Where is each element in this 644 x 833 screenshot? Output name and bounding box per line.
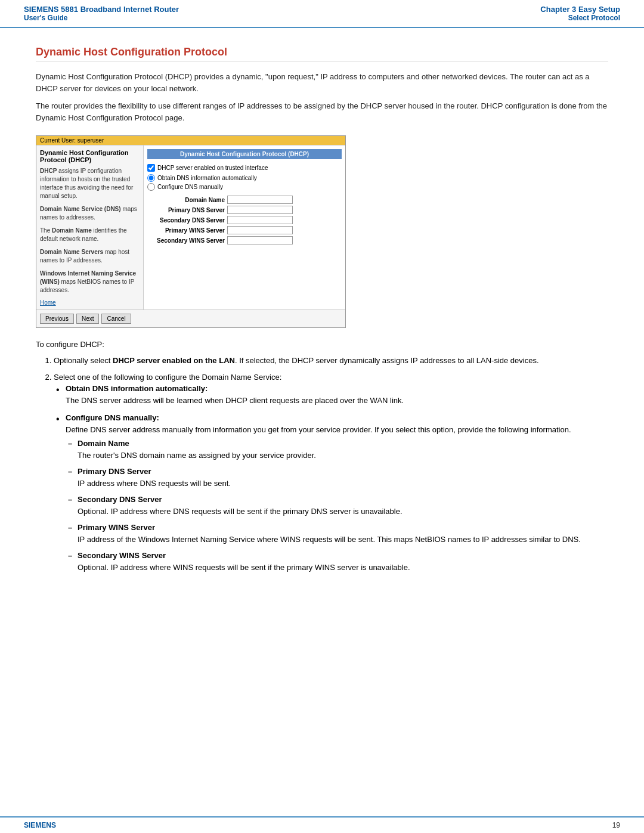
sub-domain-name: Domain Name The router's DNS domain name… — [78, 438, 608, 461]
steps-list: Optionally select DHCP server enabled on… — [36, 355, 608, 573]
current-user-bar: Current User: superuser — [36, 136, 345, 145]
configure-dns-label: Configure DNS manually — [157, 184, 223, 190]
secondary-wins-field-row: Secondary WINS Server — [147, 236, 342, 244]
router-main-panel: Dynamic Host Configuration Protocol (DHC… — [144, 145, 345, 309]
button-row: Previous Next Cancel — [36, 309, 345, 327]
cancel-button[interactable]: Cancel — [101, 314, 131, 324]
secondary-wins-input[interactable] — [227, 236, 293, 244]
sidebar-dns-servers: Domain Name Servers map host names to IP… — [40, 248, 140, 265]
sidebar-wins: Windows Internet Naming Service (WINS) m… — [40, 270, 140, 295]
dhcp-checkbox-option: DHCP server enabled on trusted interface — [147, 164, 342, 172]
dns-options-list: Obtain DNS information automatically: Th… — [54, 383, 608, 573]
sidebar-dhcp: DHCP assigns IP configuration informatio… — [40, 167, 140, 200]
bullet-configure-dns: Configure DNS manually: Define DNS serve… — [66, 412, 608, 573]
step-2: Select one of the following to configure… — [54, 371, 608, 574]
primary-dns-label: Primary DNS Server — [147, 207, 225, 213]
primary-wins-label: Primary WINS Server — [147, 227, 225, 234]
dns-radio-group: Obtain DNS information automatically Con… — [147, 174, 342, 191]
router-sidebar: Dynamic Host Configuration Protocol (DHC… — [36, 145, 144, 309]
router-main-title: Dynamic Host Configuration Protocol (DHC… — [147, 149, 342, 159]
footer-page-number: 19 — [612, 821, 620, 829]
domain-name-input[interactable] — [227, 196, 293, 204]
secondary-wins-label: Secondary WINS Server — [147, 237, 225, 244]
sidebar-dns: Domain Name Service (DNS) maps names to … — [40, 205, 140, 222]
previous-button[interactable]: Previous — [40, 314, 74, 324]
header-chapter: Chapter 3 Easy Setup — [540, 5, 620, 14]
sub-primary-wins: Primary WINS Server IP address of the Wi… — [78, 522, 608, 545]
sidebar-domain-name: The Domain Name identifies the default n… — [40, 227, 140, 243]
header-product: SIEMENS 5881 Broadband Internet Router — [24, 5, 179, 14]
intro-para-1: Dynamic Host Configuration Protocol (DHC… — [36, 71, 608, 94]
obtain-dns-label: Obtain DNS information automatically — [157, 175, 257, 181]
domain-name-field-row: Domain Name — [147, 196, 342, 204]
sidebar-home-link[interactable]: Home — [40, 299, 140, 306]
main-content: Dynamic Host Configuration Protocol Dyna… — [0, 28, 644, 603]
intro-para-2: The router provides the flexibility to u… — [36, 100, 608, 123]
radio-obtain-dns: Obtain DNS information automatically — [147, 174, 342, 182]
sub-secondary-wins: Secondary WINS Server Optional. IP addre… — [78, 550, 608, 573]
configure-dns-radio[interactable] — [147, 183, 155, 191]
dns-form-fields: Domain Name Primary DNS Server Secondary… — [147, 196, 342, 244]
primary-wins-field-row: Primary WINS Server — [147, 226, 342, 234]
secondary-dns-input[interactable] — [227, 216, 293, 224]
page-footer: SIEMENS 19 — [0, 816, 644, 833]
sub-secondary-dns: Secondary DNS Server Optional. IP addres… — [78, 494, 608, 517]
radio-configure-dns: Configure DNS manually — [147, 183, 342, 191]
next-button[interactable]: Next — [76, 314, 100, 324]
sub-primary-dns: Primary DNS Server IP address where DNS … — [78, 466, 608, 489]
obtain-dns-radio[interactable] — [147, 174, 155, 182]
router-ui-screenshot: Current User: superuser Dynamic Host Con… — [36, 135, 346, 328]
header-section: Select Protocol — [540, 14, 620, 22]
domain-name-label: Domain Name — [147, 197, 225, 203]
dhcp-checkbox-label: DHCP server enabled on trusted interface — [157, 165, 268, 171]
sub-items-list: Domain Name The router's DNS domain name… — [66, 438, 608, 573]
configure-label: To configure DHCP: — [36, 340, 608, 349]
router-ui-body: Dynamic Host Configuration Protocol (DHC… — [36, 145, 345, 309]
dhcp-enabled-checkbox[interactable] — [147, 164, 155, 172]
page-header: SIEMENS 5881 Broadband Internet Router U… — [0, 0, 644, 28]
step-1: Optionally select DHCP server enabled on… — [54, 355, 608, 367]
bullet-obtain-dns: Obtain DNS information automatically: Th… — [66, 383, 608, 406]
header-right: Chapter 3 Easy Setup Select Protocol — [540, 5, 620, 22]
header-left: SIEMENS 5881 Broadband Internet Router U… — [24, 5, 179, 22]
primary-dns-field-row: Primary DNS Server — [147, 206, 342, 214]
header-guide: User's Guide — [24, 14, 179, 22]
footer-brand: SIEMENS — [24, 821, 56, 829]
secondary-dns-field-row: Secondary DNS Server — [147, 216, 342, 224]
secondary-dns-label: Secondary DNS Server — [147, 217, 225, 224]
primary-wins-input[interactable] — [227, 226, 293, 234]
page-title: Dynamic Host Configuration Protocol — [36, 46, 608, 61]
primary-dns-input[interactable] — [227, 206, 293, 214]
sidebar-title: Dynamic Host Configuration Protocol (DHC… — [40, 149, 140, 163]
